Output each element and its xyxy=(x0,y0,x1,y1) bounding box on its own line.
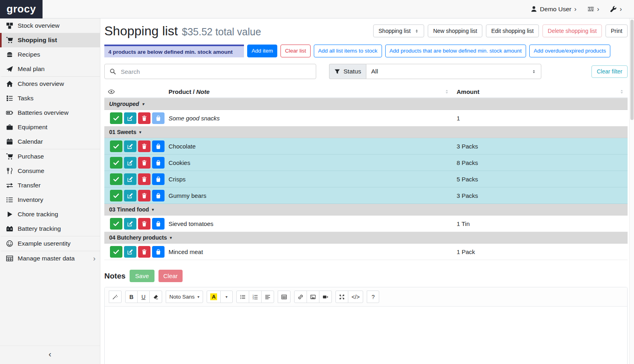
sidebar-item-chores-overview[interactable]: Chores overview xyxy=(0,76,100,91)
mark-done-button[interactable] xyxy=(110,140,122,152)
group-header-sweets[interactable]: 01 Sweets ▾ xyxy=(104,126,628,138)
edit-item-button[interactable] xyxy=(124,173,136,185)
print-button[interactable]: Print xyxy=(606,24,628,37)
sidebar-item-tasks[interactable]: Tasks xyxy=(0,91,100,106)
smile-icon xyxy=(6,240,13,247)
sidebar-item-batteries-overview[interactable]: Batteries overview xyxy=(0,106,100,120)
delete-item-button[interactable] xyxy=(138,112,150,124)
sidebar-item-battery-tracking[interactable]: Battery tracking xyxy=(0,222,100,236)
add-overdue-button[interactable]: Add overdue/expired products xyxy=(529,45,610,57)
sidebar-item-inventory[interactable]: Inventory xyxy=(0,193,100,207)
delete-shopping-list-button[interactable]: Delete shopping list xyxy=(543,24,602,37)
sort-icon[interactable] xyxy=(619,89,624,94)
highlight-color-button[interactable]: A xyxy=(207,291,221,303)
add-to-stock-button[interactable] xyxy=(152,157,165,169)
add-to-stock-button[interactable] xyxy=(152,246,165,258)
add-to-stock-button[interactable] xyxy=(152,190,165,201)
edit-item-button[interactable] xyxy=(124,218,136,230)
add-below-min-stock-button[interactable]: Add products that are below defined min.… xyxy=(385,45,526,57)
underline-button[interactable]: U xyxy=(137,291,150,303)
bold-button[interactable]: B xyxy=(125,291,138,303)
add-to-stock-button[interactable] xyxy=(152,140,165,152)
sidebar-item-meal-plan[interactable]: Meal plan xyxy=(0,62,100,76)
delete-item-button[interactable] xyxy=(138,218,150,230)
sidebar-item-consume[interactable]: Consume xyxy=(0,164,100,178)
sidebar-collapse-button[interactable]: ‹ xyxy=(0,346,100,362)
edit-item-button[interactable] xyxy=(124,140,136,152)
ordered-list-button[interactable] xyxy=(249,291,262,303)
add-to-stock-button[interactable] xyxy=(152,112,165,124)
unordered-list-button[interactable] xyxy=(236,291,249,303)
admin-menu[interactable]: › xyxy=(610,6,622,12)
mark-done-button[interactable] xyxy=(110,112,122,124)
clear-format-button[interactable] xyxy=(149,291,162,303)
add-all-to-stock-button[interactable]: Add all list items to stock xyxy=(314,45,382,57)
add-to-stock-button[interactable] xyxy=(152,173,165,185)
magic-style-button[interactable] xyxy=(109,291,122,303)
user-menu[interactable]: Demo User › xyxy=(530,6,577,13)
scrollbar[interactable] xyxy=(629,18,634,364)
edit-shopping-list-button[interactable]: Edit shopping list xyxy=(486,24,539,37)
min-stock-alert[interactable]: 4 products are below defined min. stock … xyxy=(104,45,244,57)
sort-icon[interactable] xyxy=(444,89,449,94)
insert-link-button[interactable] xyxy=(294,291,307,303)
sidebar-item-example-userentity[interactable]: Example userentity xyxy=(0,236,100,251)
shopping-list-select[interactable]: Shopping list xyxy=(373,24,424,37)
code-view-button[interactable]: </> xyxy=(348,291,363,303)
highlight-color-dropdown[interactable]: ▾ xyxy=(220,291,233,303)
sidebar-item-chore-tracking[interactable]: Chore tracking xyxy=(0,207,100,222)
delete-item-button[interactable] xyxy=(138,140,150,152)
fullscreen-button[interactable] xyxy=(335,291,348,303)
insert-picture-button[interactable] xyxy=(307,291,319,303)
sidebar-item-purchase[interactable]: Purchase xyxy=(0,149,100,164)
sidebar-item-equipment[interactable]: Equipment xyxy=(0,120,100,134)
product-column-header[interactable]: Product / Note xyxy=(165,88,453,95)
trash-icon xyxy=(141,193,147,199)
help-button[interactable]: ? xyxy=(367,291,379,303)
new-shopping-list-button[interactable]: New shopping list xyxy=(428,24,482,37)
font-family-button[interactable]: Noto Sans ▾ xyxy=(166,291,203,303)
mark-done-button[interactable] xyxy=(110,157,122,169)
edit-icon xyxy=(127,176,133,182)
editor-content[interactable] xyxy=(105,307,627,364)
insert-video-button[interactable] xyxy=(319,291,332,303)
mark-done-button[interactable] xyxy=(110,246,122,258)
group-header-ungrouped[interactable]: Ungrouped ▾ xyxy=(104,98,628,110)
edit-item-button[interactable] xyxy=(124,190,136,201)
group-header-butchery-products[interactable]: 04 Butchery products ▾ xyxy=(104,232,628,244)
save-notes-button[interactable]: Save xyxy=(130,270,154,282)
sidebar-item-recipes[interactable]: Recipes xyxy=(0,47,100,62)
clear-list-button[interactable]: Clear list xyxy=(280,45,311,57)
clear-notes-button[interactable]: Clear xyxy=(158,270,183,282)
sidebar-item-transfer[interactable]: Transfer xyxy=(0,178,100,193)
edit-item-button[interactable] xyxy=(124,157,136,169)
clear-filter-button[interactable]: Clear filter xyxy=(591,65,628,78)
delete-item-button[interactable] xyxy=(138,173,150,185)
link-icon xyxy=(298,294,303,300)
add-item-button[interactable]: Add item xyxy=(247,45,277,57)
group-header-tinned-food[interactable]: 03 Tinned food ▾ xyxy=(104,204,628,216)
shopping-cart-icon xyxy=(6,37,13,44)
sidebar-item-manage-master-data[interactable]: Manage master data › xyxy=(0,251,100,266)
delete-item-button[interactable] xyxy=(138,246,150,258)
eye-icon[interactable] xyxy=(108,88,115,95)
status-filter-select[interactable]: All xyxy=(366,64,541,79)
sidebar-item-stock-overview[interactable]: Stock overview xyxy=(0,18,100,33)
amount-column-header[interactable]: Amount xyxy=(453,88,628,95)
add-to-stock-button[interactable] xyxy=(152,218,165,230)
search-input[interactable] xyxy=(104,64,316,79)
delete-item-button[interactable] xyxy=(138,190,150,201)
mark-done-button[interactable] xyxy=(110,218,122,230)
paragraph-button[interactable] xyxy=(261,291,274,303)
sidebar-item-shopping-list[interactable]: Shopping list xyxy=(0,33,100,47)
sidebar-item-calendar[interactable]: Calendar xyxy=(0,134,100,149)
mark-done-button[interactable] xyxy=(110,190,122,201)
edit-item-button[interactable] xyxy=(124,246,136,258)
scrollbar-thumb[interactable] xyxy=(630,20,634,120)
delete-item-button[interactable] xyxy=(138,157,150,169)
settings-menu[interactable]: › xyxy=(587,6,599,12)
amount-value: 3 Packs xyxy=(453,143,628,150)
edit-item-button[interactable] xyxy=(124,112,136,124)
insert-table-button[interactable] xyxy=(278,291,291,303)
mark-done-button[interactable] xyxy=(110,173,122,185)
